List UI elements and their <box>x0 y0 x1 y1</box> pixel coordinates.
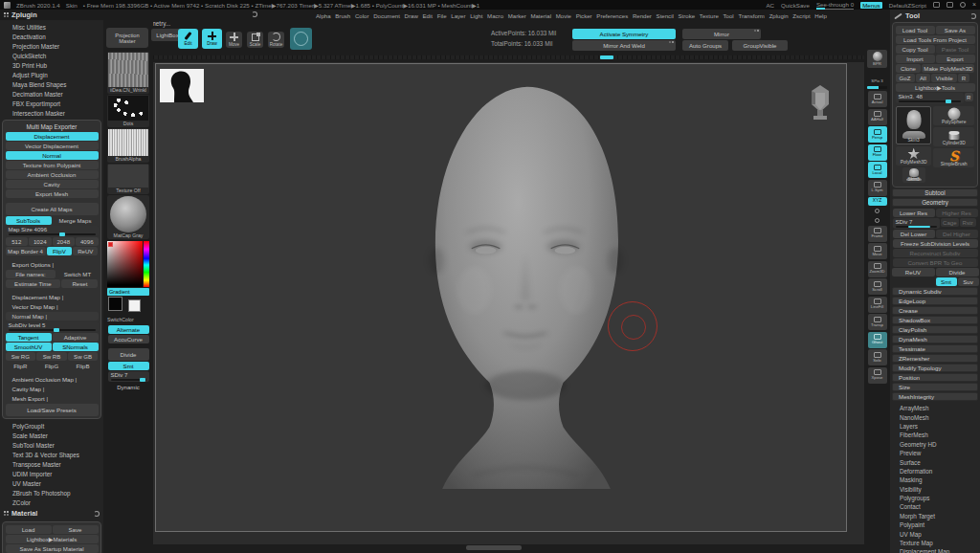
divide-button[interactable]: Suv <box>958 277 979 286</box>
tool-action-button[interactable]: Clone <box>896 64 922 73</box>
shelf-button[interactable]: Persp <box>868 126 887 143</box>
ruler-handle[interactable] <box>600 55 613 59</box>
menu-item[interactable]: Preferences <box>596 12 628 19</box>
geometry-section-bar[interactable]: Geometry <box>892 198 978 207</box>
left-shelf-button[interactable]: Alternate <box>108 325 149 334</box>
tool-subsection-bar[interactable]: Dynamic Subdiv <box>892 287 978 296</box>
zplugin-item[interactable]: QuickSketch <box>0 51 103 60</box>
tool-action-button[interactable]: Visible <box>931 74 957 82</box>
quicksave-button[interactable]: QuickSave <box>781 2 810 9</box>
tool-action-button[interactable]: Export <box>936 55 975 63</box>
ac-button[interactable]: AC <box>766 2 774 9</box>
mme-button[interactable]: Vector Disp Map | <box>6 302 99 311</box>
shelf-button[interactable]: Zoom3D <box>868 261 887 277</box>
mode-button[interactable]: Move <box>226 32 242 48</box>
mme-button[interactable]: Cavity <box>6 180 99 188</box>
tool-palette-item[interactable]: ArrayMesh <box>890 404 980 412</box>
mme-button[interactable] <box>6 199 99 202</box>
tool-palette-item[interactable]: FiberMesh <box>890 431 980 439</box>
left-shelf-button[interactable] <box>108 344 149 347</box>
shelf-button[interactable]: Floor <box>868 144 887 161</box>
geometry-button[interactable]: Rstr <box>960 218 976 227</box>
tool-palette-item[interactable]: NanoMesh <box>890 412 980 421</box>
tool-action-button[interactable]: Load Tools From Project <box>896 35 975 44</box>
zplugin-item[interactable]: Misc Utilities <box>0 22 103 32</box>
mme-button[interactable]: 512 <box>6 237 29 246</box>
tool-thumbnail[interactable]: Skin3 <box>896 106 931 144</box>
mme-button[interactable]: Texture from Polypaint <box>6 161 99 169</box>
menu-item[interactable]: Brush <box>335 12 350 19</box>
mme-button[interactable]: Tangent <box>6 333 52 342</box>
tool-subsection-bar[interactable]: Position <box>892 373 978 382</box>
mode-button[interactable]: Edit <box>178 29 198 49</box>
mme-button[interactable]: 2048 <box>53 237 76 246</box>
menu-item[interactable]: Render <box>633 12 652 19</box>
shelf-button[interactable]: Local <box>868 162 887 178</box>
menu-item[interactable]: Help <box>814 12 827 19</box>
mme-button[interactable]: Adaptive <box>53 333 99 342</box>
shelf-button[interactable]: L.Sym <box>868 180 887 196</box>
material-button[interactable]: Save As Startup Material <box>6 544 99 553</box>
tool-palette-item[interactable]: Polypaint <box>890 520 980 529</box>
tool-action-button[interactable]: Copy Tool <box>896 45 935 54</box>
mode-button[interactable]: Draw <box>202 29 222 49</box>
swatch-thumbnail[interactable]: iiDea.CN_Wrinkl <box>107 52 149 94</box>
menu-item[interactable]: Stencil <box>657 12 674 19</box>
tool-subsection-bar[interactable]: ClayPolish <box>892 325 978 334</box>
tool-subsection-bar[interactable]: Modify Topology <box>892 364 978 372</box>
shelf-button[interactable]: LineFill <box>868 297 887 313</box>
mme-button[interactable]: 1024 <box>29 237 52 246</box>
mme-button[interactable]: Sw RB <box>36 352 67 361</box>
menus-toggle-button[interactable]: Menus <box>860 2 882 9</box>
tool-subsection-bar[interactable]: MeshIntegrity <box>892 392 978 401</box>
geometry-button[interactable]: Lower Res <box>893 209 935 217</box>
mode-button[interactable]: Rotate <box>268 32 284 48</box>
menu-item[interactable]: Document <box>373 12 400 19</box>
left-shelf-button[interactable]: AccuCurve <box>108 335 149 343</box>
mme-button[interactable]: Map Border 4 <box>6 247 46 255</box>
tool-palette-item[interactable]: UV Map <box>890 529 980 538</box>
tool-subsection-bar[interactable]: EdgeLoop <box>892 297 978 305</box>
restore-color-swatch[interactable] <box>108 242 113 247</box>
shelf-button[interactable]: Frame <box>868 226 887 242</box>
mme-button[interactable]: Mesh Export | <box>6 394 99 403</box>
menu-item[interactable]: Marker <box>508 12 526 19</box>
shelf-button[interactable] <box>872 208 883 215</box>
shelf-button[interactable]: Solo <box>868 349 887 365</box>
mme-button[interactable]: Ambient Occlusion <box>6 170 99 179</box>
mme-button[interactable]: File names: <box>6 270 56 278</box>
spix-slider[interactable]: SPix 3 <box>867 69 887 89</box>
activate-symmetry-button[interactable]: Activate Symmetry <box>572 29 676 39</box>
mme-button[interactable]: FlipV <box>47 247 72 255</box>
tool-thumbnail[interactable]: PolyMesh3D <box>896 146 931 166</box>
zplugin-item[interactable]: Projection Master <box>0 41 103 51</box>
menu-item[interactable]: Macro <box>487 12 503 19</box>
mme-button[interactable]: Merge Maps <box>53 216 99 225</box>
mirror-and-weld-button[interactable]: Mirror And Weld <box>572 40 676 51</box>
mme-button[interactable] <box>6 371 99 374</box>
zplugin-item[interactable]: Text 3D & Vector Shapes <box>0 450 103 459</box>
material-button[interactable]: Load <box>6 525 52 534</box>
secondary-color-swatch[interactable] <box>128 299 141 312</box>
tool-palette-item[interactable]: Geometry HD <box>890 440 980 449</box>
horizontal-scrollbar[interactable] <box>466 545 522 550</box>
tool-palette-item[interactable]: Morph Target <box>890 512 980 520</box>
swatch-thumbnail[interactable]: BrushAlpha <box>107 128 149 163</box>
geometry-button[interactable]: Convert BPR To Geo <box>893 258 978 267</box>
mme-button[interactable]: Export Mesh <box>6 189 99 198</box>
geometry-button[interactable]: Cage <box>941 218 959 227</box>
reference-thumbnail[interactable] <box>160 69 204 102</box>
tool-action-button[interactable]: Lightbox▶Tools <box>896 83 975 92</box>
mme-button[interactable]: Reset <box>61 279 98 288</box>
material-section-header[interactable]: Material <box>0 507 103 520</box>
geometry-button[interactable]: Freeze SubDivision Levels <box>893 239 978 248</box>
mme-button[interactable] <box>6 289 99 292</box>
material-button[interactable]: Save <box>53 525 99 534</box>
auto-groups-button[interactable]: Auto Groups <box>682 40 728 51</box>
menu-item[interactable]: Texture <box>700 12 719 19</box>
zplugin-item[interactable]: Scale Master <box>0 431 103 440</box>
group-visible-button[interactable]: GroupVisible <box>732 40 788 51</box>
mme-button[interactable]: SubDiv level 5 <box>6 321 99 332</box>
geometry-button[interactable]: SDiv 7 <box>893 218 940 229</box>
tool-subsection-bar[interactable]: Size <box>892 383 978 391</box>
